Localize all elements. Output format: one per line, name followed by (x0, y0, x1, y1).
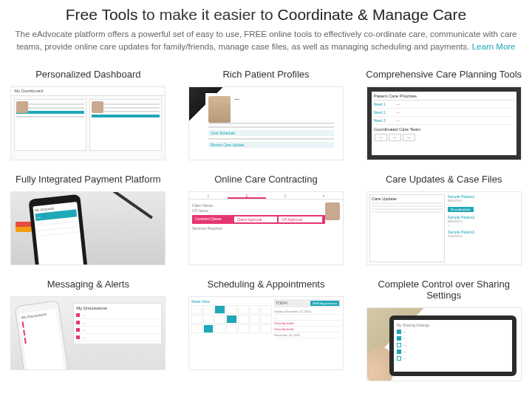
profile-sec1: Care Schedule (208, 130, 334, 136)
plan-title: Patient Care Priorities (374, 94, 514, 98)
thumb-dashboard: My Dashboard (10, 86, 166, 160)
thumb-profiles: — Care Schedule Recent Care Update (188, 86, 344, 160)
card-updates[interactable]: Care Updates & Case Files Care Update Sa… (363, 174, 525, 265)
card-title: Online Care Contracting (185, 174, 347, 185)
hero-section: Free Tools to make it easier to Coordina… (0, 0, 532, 58)
card-title: Comprehensive Care Planning Tools (363, 69, 525, 80)
card-planning[interactable]: Comprehensive Care Planning Tools Patien… (363, 69, 525, 160)
thumb-sharing: My Sharing Settings — — — — — (366, 307, 522, 381)
hero-desc-text: The eAdvocate platform offers a powerful… (15, 30, 516, 51)
learn-more-link[interactable]: Learn More (472, 42, 516, 51)
card-profiles[interactable]: Rich Patient Profiles — Care Schedule Re… (185, 69, 347, 160)
card-scheduling[interactable]: Scheduling & Appointments Week View TODA… (185, 279, 347, 381)
thumb-messaging: My Discussions My Discussions — — — — (10, 296, 166, 370)
thumb-scheduling: Week View TODAYNEW Appointment Sunday De… (188, 296, 344, 370)
card-title: Personalized Dashboard (7, 69, 169, 80)
card-title: Care Updates & Case Files (363, 174, 525, 185)
card-contracting[interactable]: Online Care Contracting 1234 Client Name… (185, 174, 347, 265)
dash-header: My Dashboard (11, 87, 165, 96)
card-title: Fully Integrated Payment Platform (7, 174, 169, 185)
card-messaging[interactable]: Messaging & Alerts My Discussions My Dis… (7, 279, 169, 381)
card-title: Messaging & Alerts (7, 279, 169, 290)
profile-sec2: Recent Care Update (208, 142, 334, 148)
card-sharing[interactable]: Complete Control over Sharing Settings M… (363, 279, 525, 381)
card-payment[interactable]: Fully Integrated Payment Platform My Acc… (7, 174, 169, 265)
card-title: Scheduling & Appointments (185, 279, 347, 290)
card-title: Complete Control over Sharing Settings (363, 279, 525, 301)
feature-grid: Personalized Dashboard My Dashboard Rich… (0, 58, 532, 381)
page-title: Free Tools to make it easier to Coordina… (15, 6, 517, 24)
hero-description: The eAdvocate platform offers a powerful… (15, 28, 517, 54)
card-dashboard[interactable]: Personalized Dashboard My Dashboard (7, 69, 169, 160)
thumb-contracting: 1234 Client Name: CP Name: Contract Clau… (188, 191, 344, 265)
title-bold-2: Coordinate & Manage Care (278, 6, 467, 23)
title-bold-1: Free Tools (66, 6, 138, 23)
thumb-updates: Care Update Sample Patient108/04/2015—Sh… (366, 191, 522, 265)
thumb-planning: Patient Care Priorities Need 1— Need 2— … (366, 86, 522, 160)
card-title: Rich Patient Profiles (185, 69, 347, 80)
title-mid: to make it easier to (137, 6, 277, 23)
plan-coord: Coordinated Care Team (374, 127, 514, 132)
thumb-payment: My Account — (10, 191, 166, 265)
